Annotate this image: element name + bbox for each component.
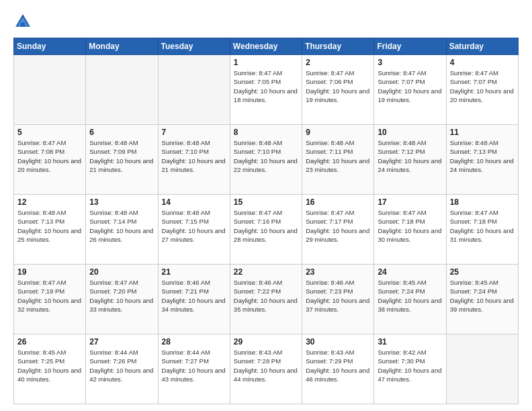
calendar-cell: 15Sunrise: 8:47 AM Sunset: 7:16 PM Dayli… [230, 195, 302, 265]
weekday-header-friday: Friday [374, 38, 446, 55]
day-info: Sunrise: 8:48 AM Sunset: 7:10 PM Dayligh… [234, 138, 298, 174]
calendar-cell [86, 55, 158, 125]
calendar-cell: 26Sunrise: 8:45 AM Sunset: 7:25 PM Dayli… [14, 334, 86, 404]
weekday-header-row: SundayMondayTuesdayWednesdayThursdayFrid… [14, 38, 519, 55]
calendar-cell [446, 334, 518, 404]
day-number: 19 [17, 267, 82, 277]
day-info: Sunrise: 8:47 AM Sunset: 7:18 PM Dayligh… [450, 208, 515, 244]
weekday-header-saturday: Saturday [446, 38, 518, 55]
day-number: 9 [306, 128, 370, 137]
day-info: Sunrise: 8:47 AM Sunset: 7:08 PM Dayligh… [17, 138, 82, 174]
day-number: 5 [17, 128, 82, 137]
day-number: 1 [234, 58, 298, 67]
calendar-cell: 29Sunrise: 8:43 AM Sunset: 7:28 PM Dayli… [230, 334, 302, 404]
day-number: 10 [378, 128, 442, 137]
calendar-cell: 28Sunrise: 8:44 AM Sunset: 7:27 PM Dayli… [158, 334, 230, 404]
day-info: Sunrise: 8:48 AM Sunset: 7:13 PM Dayligh… [450, 138, 515, 174]
calendar-cell: 5Sunrise: 8:47 AM Sunset: 7:08 PM Daylig… [14, 125, 86, 195]
day-number: 15 [234, 197, 298, 207]
day-info: Sunrise: 8:48 AM Sunset: 7:13 PM Dayligh… [17, 208, 82, 244]
day-number: 7 [162, 128, 226, 137]
day-number: 6 [89, 128, 154, 137]
calendar-cell: 7Sunrise: 8:48 AM Sunset: 7:10 PM Daylig… [158, 125, 230, 195]
day-info: Sunrise: 8:47 AM Sunset: 7:17 PM Dayligh… [306, 208, 370, 244]
day-number: 14 [162, 197, 226, 207]
calendar-cell: 8Sunrise: 8:48 AM Sunset: 7:10 PM Daylig… [230, 125, 302, 195]
calendar-cell: 24Sunrise: 8:45 AM Sunset: 7:24 PM Dayli… [374, 265, 446, 334]
calendar-cell: 1Sunrise: 8:47 AM Sunset: 7:05 PM Daylig… [230, 55, 302, 125]
day-number: 31 [378, 337, 442, 347]
day-info: Sunrise: 8:47 AM Sunset: 7:18 PM Dayligh… [378, 208, 442, 244]
calendar-cell: 2Sunrise: 8:47 AM Sunset: 7:06 PM Daylig… [302, 55, 374, 125]
day-info: Sunrise: 8:45 AM Sunset: 7:24 PM Dayligh… [450, 278, 515, 314]
calendar-cell: 21Sunrise: 8:46 AM Sunset: 7:21 PM Dayli… [158, 265, 230, 334]
day-number: 8 [234, 128, 298, 137]
day-info: Sunrise: 8:47 AM Sunset: 7:16 PM Dayligh… [234, 208, 298, 244]
weekday-header-thursday: Thursday [302, 38, 374, 55]
day-info: Sunrise: 8:48 AM Sunset: 7:12 PM Dayligh… [378, 138, 442, 174]
calendar-cell: 19Sunrise: 8:47 AM Sunset: 7:19 PM Dayli… [14, 265, 86, 334]
calendar-cell: 3Sunrise: 8:47 AM Sunset: 7:07 PM Daylig… [374, 55, 446, 125]
calendar-week-row: 1Sunrise: 8:47 AM Sunset: 7:05 PM Daylig… [14, 55, 519, 125]
day-number: 22 [234, 267, 298, 277]
day-number: 12 [17, 197, 82, 207]
weekday-header-sunday: Sunday [14, 38, 86, 55]
day-info: Sunrise: 8:47 AM Sunset: 7:20 PM Dayligh… [89, 278, 154, 314]
day-info: Sunrise: 8:45 AM Sunset: 7:25 PM Dayligh… [17, 348, 82, 383]
day-number: 21 [162, 267, 226, 277]
day-info: Sunrise: 8:42 AM Sunset: 7:30 PM Dayligh… [378, 348, 442, 383]
day-info: Sunrise: 8:47 AM Sunset: 7:07 PM Dayligh… [378, 68, 442, 104]
day-info: Sunrise: 8:46 AM Sunset: 7:21 PM Dayligh… [162, 278, 226, 314]
day-number: 25 [450, 267, 515, 277]
day-number: 29 [234, 337, 298, 347]
day-number: 28 [162, 337, 226, 347]
page-header [13, 12, 519, 31]
calendar-table: SundayMondayTuesdayWednesdayThursdayFrid… [13, 38, 519, 404]
day-info: Sunrise: 8:43 AM Sunset: 7:29 PM Dayligh… [306, 348, 370, 383]
day-info: Sunrise: 8:44 AM Sunset: 7:26 PM Dayligh… [89, 348, 154, 383]
day-number: 4 [450, 58, 515, 67]
calendar-cell: 27Sunrise: 8:44 AM Sunset: 7:26 PM Dayli… [86, 334, 158, 404]
day-info: Sunrise: 8:48 AM Sunset: 7:14 PM Dayligh… [89, 208, 154, 244]
day-info: Sunrise: 8:45 AM Sunset: 7:24 PM Dayligh… [378, 278, 442, 314]
day-number: 23 [306, 267, 370, 277]
weekday-header-tuesday: Tuesday [158, 38, 230, 55]
day-info: Sunrise: 8:44 AM Sunset: 7:27 PM Dayligh… [162, 348, 226, 383]
day-info: Sunrise: 8:47 AM Sunset: 7:07 PM Dayligh… [450, 68, 515, 104]
day-info: Sunrise: 8:43 AM Sunset: 7:28 PM Dayligh… [234, 348, 298, 383]
calendar-cell: 13Sunrise: 8:48 AM Sunset: 7:14 PM Dayli… [86, 195, 158, 265]
calendar-cell: 14Sunrise: 8:48 AM Sunset: 7:15 PM Dayli… [158, 195, 230, 265]
day-info: Sunrise: 8:48 AM Sunset: 7:11 PM Dayligh… [306, 138, 370, 174]
calendar-cell: 18Sunrise: 8:47 AM Sunset: 7:18 PM Dayli… [446, 195, 518, 265]
calendar-cell: 17Sunrise: 8:47 AM Sunset: 7:18 PM Dayli… [374, 195, 446, 265]
calendar-cell: 31Sunrise: 8:42 AM Sunset: 7:30 PM Dayli… [374, 334, 446, 404]
calendar-cell [158, 55, 230, 125]
day-number: 17 [378, 197, 442, 207]
logo [13, 12, 35, 31]
day-info: Sunrise: 8:48 AM Sunset: 7:15 PM Dayligh… [162, 208, 226, 244]
calendar-week-row: 26Sunrise: 8:45 AM Sunset: 7:25 PM Dayli… [14, 334, 519, 404]
calendar-cell: 22Sunrise: 8:46 AM Sunset: 7:22 PM Dayli… [230, 265, 302, 334]
day-number: 30 [306, 337, 370, 347]
day-number: 27 [89, 337, 154, 347]
weekday-header-monday: Monday [86, 38, 158, 55]
calendar-cell: 25Sunrise: 8:45 AM Sunset: 7:24 PM Dayli… [446, 265, 518, 334]
calendar-week-row: 5Sunrise: 8:47 AM Sunset: 7:08 PM Daylig… [14, 125, 519, 195]
day-info: Sunrise: 8:47 AM Sunset: 7:19 PM Dayligh… [17, 278, 82, 314]
day-number: 2 [306, 58, 370, 67]
calendar-cell: 11Sunrise: 8:48 AM Sunset: 7:13 PM Dayli… [446, 125, 518, 195]
day-number: 13 [89, 197, 154, 207]
logo-icon [13, 12, 32, 31]
day-info: Sunrise: 8:46 AM Sunset: 7:22 PM Dayligh… [234, 278, 298, 314]
day-number: 26 [17, 337, 82, 347]
day-number: 18 [450, 197, 515, 207]
calendar-cell: 30Sunrise: 8:43 AM Sunset: 7:29 PM Dayli… [302, 334, 374, 404]
day-number: 24 [378, 267, 442, 277]
calendar-cell: 4Sunrise: 8:47 AM Sunset: 7:07 PM Daylig… [446, 55, 518, 125]
calendar-cell: 10Sunrise: 8:48 AM Sunset: 7:12 PM Dayli… [374, 125, 446, 195]
day-info: Sunrise: 8:46 AM Sunset: 7:23 PM Dayligh… [306, 278, 370, 314]
day-number: 11 [450, 128, 515, 137]
calendar-cell: 9Sunrise: 8:48 AM Sunset: 7:11 PM Daylig… [302, 125, 374, 195]
day-number: 16 [306, 197, 370, 207]
calendar-cell: 16Sunrise: 8:47 AM Sunset: 7:17 PM Dayli… [302, 195, 374, 265]
